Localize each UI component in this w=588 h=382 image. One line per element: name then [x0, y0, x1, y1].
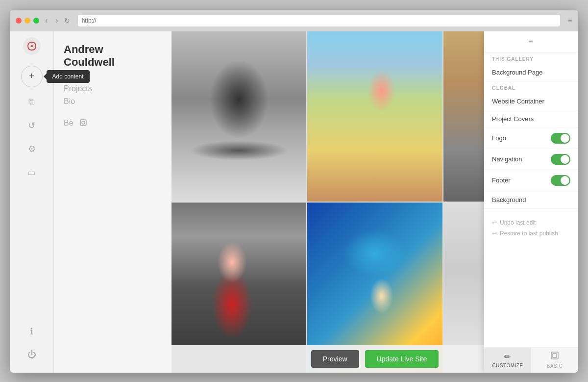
address-bar[interactable]: http:// [78, 15, 560, 26]
panel-bottom-tabs: ✏ CUSTOMIZE BASIC [484, 347, 578, 373]
traffic-light-yellow[interactable] [24, 18, 30, 24]
basic-label: BASIC [547, 363, 563, 369]
website-container-label: Website Container [492, 98, 544, 105]
browser-menu-button[interactable]: ≡ [568, 16, 572, 25]
traffic-light-green[interactable] [33, 18, 39, 24]
history-button[interactable]: ↺ [21, 115, 43, 136]
behance-icon[interactable]: Bē [64, 119, 74, 128]
undo-label: Undo last edit [500, 219, 536, 226]
nav-projects[interactable]: Projects [64, 83, 162, 94]
browser-body: + Add content ⧉ ↺ ⚙ ▭ ℹ [10, 31, 578, 373]
svg-rect-4 [553, 354, 557, 357]
logo-icon[interactable] [23, 37, 41, 55]
add-icon-wrapper: + Add content [21, 65, 43, 88]
power-button[interactable]: ⏻ [21, 344, 43, 366]
undo-last-edit[interactable]: ↩ Undo last edit [492, 217, 570, 228]
back-button[interactable]: ‹ [43, 15, 49, 26]
panel-item-website-container[interactable]: Website Container [484, 93, 578, 110]
svg-rect-3 [551, 352, 558, 359]
footer-label: Footer [492, 177, 511, 184]
traffic-lights [16, 18, 39, 24]
panel-item-navigation[interactable]: Navigation [484, 149, 578, 170]
tab-basic[interactable]: BASIC [531, 348, 578, 373]
svg-point-2 [84, 121, 85, 122]
add-content-button[interactable]: + [21, 66, 43, 87]
panel-item-project-covers[interactable]: Project Covers [484, 110, 578, 128]
restore-last-publish[interactable]: ↩ Restore to last publish [492, 228, 570, 239]
logo-label: Logo [492, 134, 506, 142]
panel-spacer [484, 243, 578, 347]
browser-window: ‹ › ↻ http:// ≡ + Add content [10, 10, 578, 373]
url-text: http:// [82, 17, 97, 24]
site-area: Andrew Couldwell Projects Bio Bē [54, 31, 578, 373]
gallery-cell-2 [307, 31, 442, 202]
nav-bio[interactable]: Bio [64, 96, 162, 107]
panel-actions: ↩ Undo last edit ↩ Restore to last publi… [484, 213, 578, 243]
panel-item-logo[interactable]: Logo [484, 128, 578, 149]
drag-handle-icon: ≡ [528, 37, 534, 46]
layout-icon: ▭ [27, 167, 36, 178]
instagram-icon[interactable] [79, 119, 87, 128]
panel-item-background[interactable]: Background [484, 191, 578, 209]
background-label: Background [492, 196, 526, 204]
refresh-button[interactable]: ↻ [64, 17, 70, 25]
traffic-light-red[interactable] [16, 18, 22, 24]
basic-icon [550, 351, 559, 362]
panel-item-background-page[interactable]: Background Page [484, 64, 578, 81]
pages-button[interactable]: ⧉ [21, 91, 43, 113]
photo-skater [172, 31, 306, 202]
power-icon: ⏻ [27, 350, 36, 360]
pages-icon: ⧉ [28, 97, 35, 107]
author-name: Andrew Couldwell [64, 43, 162, 69]
panel-divider [484, 211, 578, 211]
site-nav-links: Projects Bio [64, 83, 162, 107]
panel-handle[interactable]: ≡ [484, 31, 578, 52]
svg-point-1 [82, 121, 85, 124]
info-icon: ℹ [30, 326, 33, 337]
global-label: GLOBAL [484, 81, 578, 93]
info-button[interactable]: ℹ [21, 321, 43, 342]
restore-label: Restore to last publish [500, 230, 558, 237]
logo-toggle[interactable] [551, 133, 570, 144]
customize-icon: ✏ [504, 352, 511, 361]
this-gallery-label: THIS GALLERY [484, 52, 578, 64]
tab-customize[interactable]: ✏ CUSTOMIZE [484, 348, 531, 373]
undo-icon: ↩ [492, 219, 497, 226]
customize-label: CUSTOMIZE [492, 363, 523, 368]
project-covers-label: Project Covers [492, 115, 534, 123]
social-icons: Bē [64, 119, 162, 128]
panel-item-footer[interactable]: Footer [484, 170, 578, 191]
gear-icon: ⚙ [28, 144, 36, 154]
navigation-toggle[interactable] [551, 154, 570, 165]
add-content-tooltip: Add content [47, 70, 90, 83]
right-panel: ≡ THIS GALLERY Background Page GLOBAL We… [484, 31, 578, 373]
forward-button[interactable]: › [53, 15, 60, 26]
gallery-cell-1 [172, 31, 306, 202]
browser-chrome: ‹ › ↻ http:// ≡ [10, 10, 578, 31]
footer-toggle[interactable] [551, 175, 570, 186]
plus-icon: + [29, 71, 34, 81]
settings-button[interactable]: ⚙ [21, 138, 43, 160]
navigation-label: Navigation [492, 155, 522, 163]
photo-woman [307, 31, 442, 202]
restore-icon: ↩ [492, 230, 497, 237]
update-live-site-button[interactable]: Update Live Site [365, 350, 439, 368]
background-page-label: Background Page [492, 69, 542, 76]
layout-button[interactable]: ▭ [21, 162, 43, 183]
preview-button[interactable]: Preview [311, 350, 359, 368]
history-icon: ↺ [28, 120, 35, 131]
sidebar: + Add content ⧉ ↺ ⚙ ▭ ℹ [10, 31, 54, 373]
